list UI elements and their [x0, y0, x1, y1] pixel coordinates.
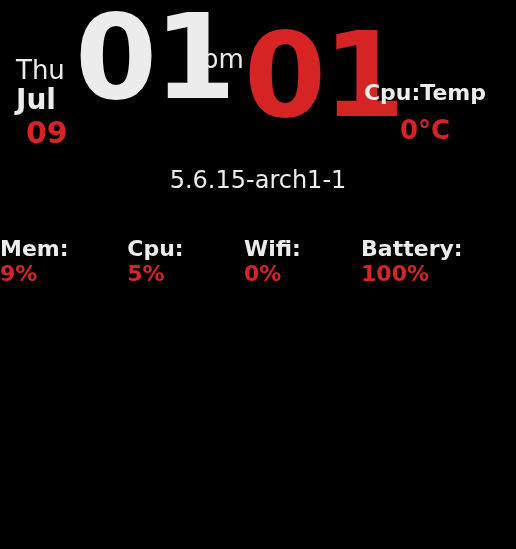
stat-battery: Battery: 100% [361, 236, 516, 286]
stat-cpu: Cpu: 5% [127, 236, 216, 286]
stat-wifi: Wifi: 0% [244, 236, 333, 286]
stat-battery-value: 100% [361, 261, 429, 286]
stats-row: Mem: 9% Cpu: 5% Wifi: 0% Battery: 100% [0, 236, 516, 286]
stat-cpu-label: Cpu: [127, 236, 183, 261]
top-section: Thu Jul 09 01 pm 01 Cpu:Temp 0°C [0, 0, 516, 160]
stat-mem-value: 9% [0, 261, 37, 286]
kernel-version: 5.6.15-arch1-1 [0, 166, 516, 194]
stat-battery-label: Battery: [361, 236, 463, 261]
month: Jul [16, 85, 68, 116]
day-number: 09 [26, 115, 68, 151]
cpu-temp-value: 0°C [364, 115, 486, 145]
cpu-temp-block: Cpu:Temp 0°C [364, 80, 486, 145]
clock-ampm: pm [202, 44, 244, 74]
day-of-week: Thu [16, 56, 68, 85]
stat-mem-label: Mem: [0, 236, 69, 261]
stat-wifi-label: Wifi: [244, 236, 301, 261]
stat-wifi-value: 0% [244, 261, 281, 286]
stat-mem: Mem: 9% [0, 236, 99, 286]
cpu-temp-label: Cpu:Temp [364, 80, 486, 105]
date-block: Thu Jul 09 [16, 56, 68, 151]
stat-cpu-value: 5% [127, 261, 164, 286]
